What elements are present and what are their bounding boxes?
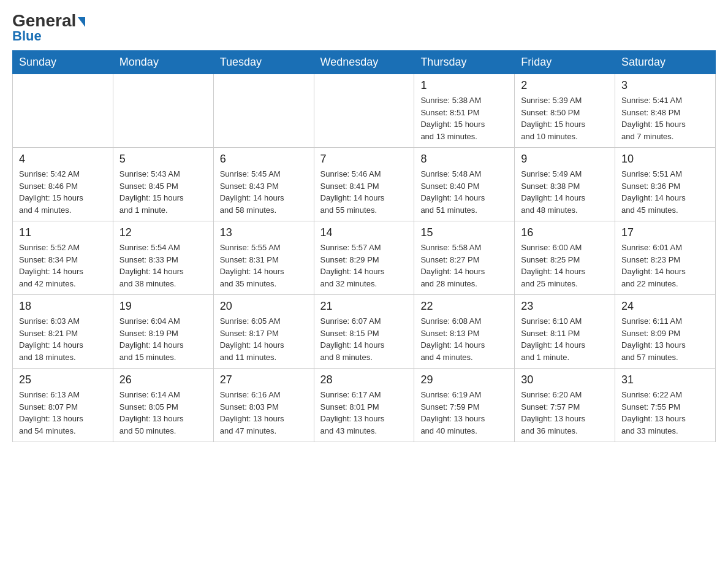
calendar-cell: 31Sunrise: 6:22 AM Sunset: 7:55 PM Dayli…: [615, 369, 716, 442]
day-info: Sunrise: 5:55 AM Sunset: 8:31 PM Dayligh…: [220, 242, 308, 289]
day-number: 5: [119, 153, 207, 166]
calendar-cell: 28Sunrise: 6:17 AM Sunset: 8:01 PM Dayli…: [314, 369, 414, 442]
day-number: 14: [320, 226, 408, 239]
day-info: Sunrise: 5:42 AM Sunset: 8:46 PM Dayligh…: [19, 168, 107, 216]
day-number: 9: [521, 153, 609, 166]
day-info: Sunrise: 6:20 AM Sunset: 7:57 PM Dayligh…: [521, 389, 609, 437]
day-info: Sunrise: 6:05 AM Sunset: 8:17 PM Dayligh…: [220, 315, 308, 363]
column-header-saturday: Saturday: [615, 51, 716, 74]
calendar-table: SundayMondayTuesdayWednesdayThursdayFrid…: [12, 50, 716, 442]
day-info: Sunrise: 6:17 AM Sunset: 8:01 PM Dayligh…: [320, 389, 408, 437]
column-header-thursday: Thursday: [414, 51, 515, 74]
day-info: Sunrise: 5:41 AM Sunset: 8:48 PM Dayligh…: [621, 94, 709, 142]
day-number: 23: [521, 300, 609, 313]
day-number: 3: [621, 79, 709, 92]
day-number: 13: [220, 226, 308, 239]
calendar-cell: 14Sunrise: 5:57 AM Sunset: 8:29 PM Dayli…: [314, 221, 414, 295]
day-info: Sunrise: 6:10 AM Sunset: 8:11 PM Dayligh…: [521, 315, 609, 363]
day-info: Sunrise: 6:16 AM Sunset: 8:03 PM Dayligh…: [220, 389, 308, 437]
day-number: 11: [19, 226, 107, 239]
day-info: Sunrise: 6:01 AM Sunset: 8:23 PM Dayligh…: [621, 242, 709, 289]
calendar-cell: [314, 74, 414, 148]
day-number: 25: [19, 373, 107, 386]
calendar-cell: 13Sunrise: 5:55 AM Sunset: 8:31 PM Dayli…: [213, 221, 314, 295]
day-number: 27: [220, 373, 308, 386]
day-info: Sunrise: 5:54 AM Sunset: 8:33 PM Dayligh…: [119, 242, 207, 289]
calendar-cell: 22Sunrise: 6:08 AM Sunset: 8:13 PM Dayli…: [414, 295, 515, 369]
day-number: 30: [521, 373, 609, 386]
day-number: 22: [420, 300, 508, 313]
calendar-cell: 30Sunrise: 6:20 AM Sunset: 7:57 PM Dayli…: [515, 369, 615, 442]
day-info: Sunrise: 6:08 AM Sunset: 8:13 PM Dayligh…: [420, 315, 508, 363]
day-info: Sunrise: 5:48 AM Sunset: 8:40 PM Dayligh…: [420, 168, 508, 216]
day-number: 31: [621, 373, 709, 386]
calendar-cell: 12Sunrise: 5:54 AM Sunset: 8:33 PM Dayli…: [113, 221, 213, 295]
calendar-cell: 3Sunrise: 5:41 AM Sunset: 8:48 PM Daylig…: [615, 74, 716, 148]
logo-blue: Blue: [12, 28, 42, 44]
calendar-cell: 25Sunrise: 6:13 AM Sunset: 8:07 PM Dayli…: [13, 369, 113, 442]
calendar-cell: 27Sunrise: 6:16 AM Sunset: 8:03 PM Dayli…: [213, 369, 314, 442]
calendar-cell: [13, 74, 113, 148]
page-header: General Blue: [12, 12, 716, 44]
calendar-cell: 4Sunrise: 5:42 AM Sunset: 8:46 PM Daylig…: [13, 148, 113, 221]
day-number: 28: [320, 373, 408, 386]
day-info: Sunrise: 6:19 AM Sunset: 7:59 PM Dayligh…: [420, 389, 508, 437]
column-header-tuesday: Tuesday: [213, 51, 314, 74]
calendar-cell: 29Sunrise: 6:19 AM Sunset: 7:59 PM Dayli…: [414, 369, 515, 442]
day-info: Sunrise: 6:07 AM Sunset: 8:15 PM Dayligh…: [320, 315, 408, 363]
day-number: 8: [420, 153, 508, 166]
day-number: 21: [320, 300, 408, 313]
calendar-cell: 23Sunrise: 6:10 AM Sunset: 8:11 PM Dayli…: [515, 295, 615, 369]
calendar-cell: 11Sunrise: 5:52 AM Sunset: 8:34 PM Dayli…: [13, 221, 113, 295]
day-number: 26: [119, 373, 207, 386]
day-info: Sunrise: 5:51 AM Sunset: 8:36 PM Dayligh…: [621, 168, 709, 216]
calendar-cell: 2Sunrise: 5:39 AM Sunset: 8:50 PM Daylig…: [515, 74, 615, 148]
calendar-cell: 24Sunrise: 6:11 AM Sunset: 8:09 PM Dayli…: [615, 295, 716, 369]
calendar-cell: 8Sunrise: 5:48 AM Sunset: 8:40 PM Daylig…: [414, 148, 515, 221]
day-number: 17: [621, 226, 709, 239]
column-header-wednesday: Wednesday: [314, 51, 414, 74]
day-number: 6: [220, 153, 308, 166]
logo: General Blue: [12, 12, 85, 44]
day-number: 18: [19, 300, 107, 313]
day-number: 12: [119, 226, 207, 239]
logo-general: General: [12, 12, 85, 29]
day-info: Sunrise: 6:13 AM Sunset: 8:07 PM Dayligh…: [19, 389, 107, 437]
calendar-cell: 21Sunrise: 6:07 AM Sunset: 8:15 PM Dayli…: [314, 295, 414, 369]
day-info: Sunrise: 5:39 AM Sunset: 8:50 PM Dayligh…: [521, 94, 609, 142]
column-header-sunday: Sunday: [13, 51, 113, 74]
day-number: 19: [119, 300, 207, 313]
column-header-friday: Friday: [515, 51, 615, 74]
calendar-cell: 17Sunrise: 6:01 AM Sunset: 8:23 PM Dayli…: [615, 221, 716, 295]
calendar-cell: 1Sunrise: 5:38 AM Sunset: 8:51 PM Daylig…: [414, 74, 515, 148]
day-info: Sunrise: 5:57 AM Sunset: 8:29 PM Dayligh…: [320, 242, 408, 289]
day-number: 7: [320, 153, 408, 166]
day-number: 29: [420, 373, 508, 386]
calendar-cell: 6Sunrise: 5:45 AM Sunset: 8:43 PM Daylig…: [213, 148, 314, 221]
calendar-cell: 16Sunrise: 6:00 AM Sunset: 8:25 PM Dayli…: [515, 221, 615, 295]
day-info: Sunrise: 5:49 AM Sunset: 8:38 PM Dayligh…: [521, 168, 609, 216]
day-info: Sunrise: 6:22 AM Sunset: 7:55 PM Dayligh…: [621, 389, 709, 437]
calendar-cell: [113, 74, 213, 148]
day-number: 20: [220, 300, 308, 313]
day-info: Sunrise: 5:46 AM Sunset: 8:41 PM Dayligh…: [320, 168, 408, 216]
day-info: Sunrise: 5:43 AM Sunset: 8:45 PM Dayligh…: [119, 168, 207, 216]
day-info: Sunrise: 6:11 AM Sunset: 8:09 PM Dayligh…: [621, 315, 709, 363]
calendar-cell: 15Sunrise: 5:58 AM Sunset: 8:27 PM Dayli…: [414, 221, 515, 295]
calendar-cell: 18Sunrise: 6:03 AM Sunset: 8:21 PM Dayli…: [13, 295, 113, 369]
calendar-cell: 9Sunrise: 5:49 AM Sunset: 8:38 PM Daylig…: [515, 148, 615, 221]
calendar-cell: [213, 74, 314, 148]
calendar-cell: 19Sunrise: 6:04 AM Sunset: 8:19 PM Dayli…: [113, 295, 213, 369]
calendar-cell: 10Sunrise: 5:51 AM Sunset: 8:36 PM Dayli…: [615, 148, 716, 221]
day-info: Sunrise: 5:45 AM Sunset: 8:43 PM Dayligh…: [220, 168, 308, 216]
calendar-cell: 7Sunrise: 5:46 AM Sunset: 8:41 PM Daylig…: [314, 148, 414, 221]
day-info: Sunrise: 6:00 AM Sunset: 8:25 PM Dayligh…: [521, 242, 609, 289]
calendar-cell: 5Sunrise: 5:43 AM Sunset: 8:45 PM Daylig…: [113, 148, 213, 221]
day-info: Sunrise: 5:58 AM Sunset: 8:27 PM Dayligh…: [420, 242, 508, 289]
day-number: 15: [420, 226, 508, 239]
calendar-cell: 20Sunrise: 6:05 AM Sunset: 8:17 PM Dayli…: [213, 295, 314, 369]
day-number: 16: [521, 226, 609, 239]
day-number: 2: [521, 79, 609, 92]
column-header-monday: Monday: [113, 51, 213, 74]
day-info: Sunrise: 6:03 AM Sunset: 8:21 PM Dayligh…: [19, 315, 107, 363]
